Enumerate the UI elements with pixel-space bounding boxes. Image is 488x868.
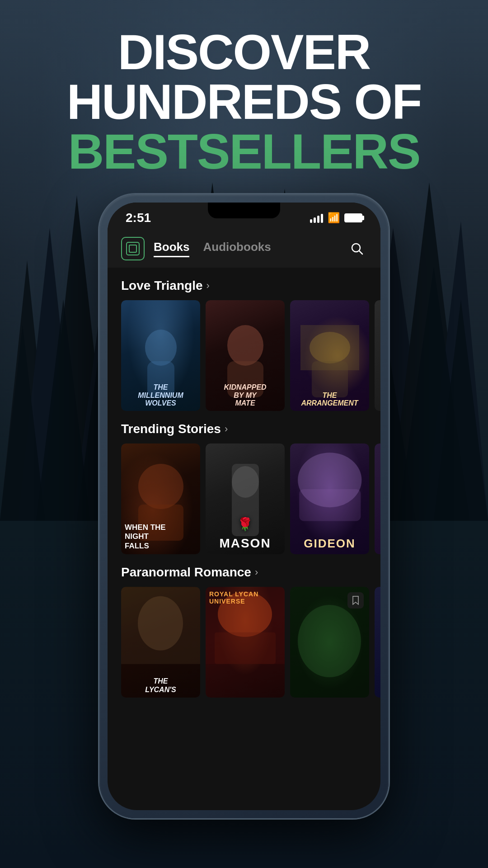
love-triangle-book-row: TheMillenniumWolves KidnappedBy MyMate (108, 300, 380, 411)
section-paranormal-arrow: › (255, 566, 258, 578)
book-the-arrangement[interactable]: TheArrangement (290, 300, 369, 411)
book-kidnapped-by-mate[interactable]: KidnappedBy MyMate (206, 300, 285, 411)
book-millennium-wolves[interactable]: TheMillenniumWolves (121, 300, 200, 411)
hero-line3: BESTSELLERS (18, 127, 470, 176)
royal-lycan-badge-2: ROYAL LYCAN UNIVERSE (209, 590, 285, 605)
arrangement-art (300, 325, 359, 397)
book-when-night-falls[interactable]: WHEN THENIGHTFALLS (121, 443, 200, 554)
book-paranormal-3[interactable] (290, 587, 369, 698)
mason-title: MASON (206, 536, 285, 551)
content-area: Love Triangle › TheMillenniumWolves (108, 268, 380, 698)
lycans-title: THELYCAN'S (121, 677, 200, 694)
app-tabs: Books Audiobooks (154, 240, 338, 257)
section-trending-arrow: › (225, 423, 228, 435)
section-love-triangle-title: Love Triangle (121, 278, 203, 293)
tab-books[interactable]: Books (154, 240, 189, 257)
hero-line1: DISCOVER (18, 27, 470, 77)
svg-point-34 (310, 332, 350, 363)
paranormal-book-row: THELYCAN'S ROYAL LYCAN UNIVERSE (108, 587, 380, 698)
svg-rect-46 (215, 632, 276, 664)
book-partial-4th[interactable] (375, 300, 380, 411)
tab-audiobooks[interactable]: Audiobooks (203, 240, 271, 257)
section-trending-title: Trending Stories (121, 422, 221, 436)
book-gideon[interactable]: GIDEON (290, 443, 369, 554)
app-logo-icon (126, 241, 140, 256)
section-trending-header[interactable]: Trending Stories › (108, 411, 380, 443)
svg-point-43 (138, 596, 183, 651)
app-header: Books Audiobooks (108, 230, 380, 268)
svg-point-31 (227, 325, 263, 366)
svg-point-39 (232, 466, 259, 498)
arrangement-title: TheArrangement (290, 392, 369, 407)
search-icon (350, 242, 364, 255)
svg-point-36 (138, 464, 183, 509)
book-lycans[interactable]: THELYCAN'S (121, 587, 200, 698)
svg-rect-25 (127, 242, 139, 255)
section-paranormal-title: Paranormal Romance (121, 565, 251, 580)
millennium-wolves-title: TheMillenniumWolves (121, 383, 200, 407)
kidnapped-title: KidnappedBy MyMate (206, 383, 285, 407)
section-paranormal-header[interactable]: Paranormal Romance › (108, 554, 380, 587)
svg-point-48 (298, 605, 361, 677)
wifi-icon: 📶 (328, 212, 340, 224)
night-falls-title: WHEN THENIGHTFALLS (125, 523, 166, 551)
book-trending-partial[interactable] (375, 443, 380, 554)
lycans-art (121, 587, 200, 665)
svg-rect-41 (299, 489, 361, 521)
section-love-triangle-arrow: › (206, 280, 210, 292)
svg-point-29 (145, 330, 177, 366)
signal-icon (310, 213, 323, 223)
trending-book-row: WHEN THENIGHTFALLS 🌹 MASON (108, 443, 380, 554)
hero-line2: HUNDREDS OF (18, 77, 470, 127)
gideon-art (290, 443, 369, 521)
svg-rect-26 (129, 245, 136, 252)
book-mason[interactable]: 🌹 MASON (206, 443, 285, 554)
hero-section: DISCOVER HUNDREDS OF BESTSELLERS (0, 27, 488, 176)
gideon-title: GIDEON (290, 537, 369, 551)
phone-notch (208, 203, 280, 218)
phone-screen: 2:51 📶 (108, 203, 380, 810)
section-love-triangle-header[interactable]: Love Triangle › (108, 268, 380, 300)
app-logo (121, 237, 145, 260)
bookmark-icon (352, 595, 360, 605)
svg-line-28 (359, 251, 362, 254)
bookmark-badge[interactable] (347, 592, 364, 609)
phone-mockup: 2:51 📶 (99, 194, 389, 818)
phone-outer: 2:51 📶 (99, 194, 389, 818)
search-button[interactable] (347, 239, 367, 259)
battery-icon (344, 213, 362, 222)
status-time: 2:51 (126, 211, 151, 225)
status-icons: 📶 (310, 212, 362, 224)
book-paranormal-2[interactable]: ROYAL LYCAN UNIVERSE (206, 587, 285, 698)
book-paranormal-partial[interactable] (375, 587, 380, 698)
